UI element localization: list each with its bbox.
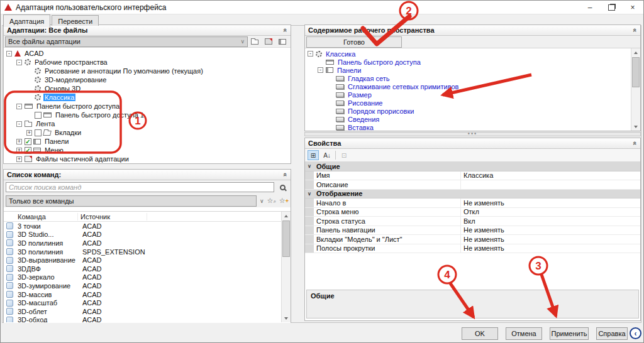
command-row[interactable]: 3D-зумированиеACAD [4, 281, 291, 290]
minimize-icon[interactable]: – [579, 1, 601, 14]
tree-item[interactable]: -Классика [305, 50, 631, 58]
command-filter-combo[interactable]: Только все команды [6, 195, 257, 207]
adaptation-file-combo[interactable]: Все файлы адаптации ∨ [5, 36, 248, 47]
checkbox-checked[interactable]: ✓ [25, 147, 31, 154]
collapse-chevron-icon[interactable]: « [631, 28, 639, 32]
tree-item[interactable]: Сглаживание сетевых примитивов [305, 82, 631, 90]
tree-item[interactable]: +✓Меню [4, 146, 291, 155]
command-row[interactable]: 3D-обходACAD [4, 316, 291, 322]
property-row[interactable]: Вкладки "Модель" и "Лист"Не изменять [305, 235, 640, 244]
chevron-left-circle-icon[interactable]: ‹ [630, 327, 641, 339]
tree-item[interactable]: Рисование и аннотации По умолчанию (теку… [4, 67, 291, 75]
help-button[interactable]: Справка [596, 327, 628, 340]
property-value[interactable]: Вкл [461, 217, 640, 226]
property-row[interactable]: Строка менюОткл [305, 208, 640, 217]
property-value[interactable] [461, 180, 640, 189]
close-icon[interactable]: × [622, 1, 643, 14]
collapse-node-icon[interactable]: - [16, 60, 22, 65]
command-row[interactable]: 3D-выравниваниеACAD [4, 256, 291, 264]
tree-item[interactable]: Порядок прорисовки [305, 107, 631, 115]
command-row[interactable]: 3D-масштабACAD [4, 298, 291, 307]
tree-item[interactable]: Основы 3D [4, 84, 291, 93]
collapse-node-icon[interactable]: - [6, 51, 12, 57]
star-new-icon[interactable]: ☆+ [279, 197, 289, 205]
command-row[interactable]: 3DДВФACAD [4, 264, 291, 273]
tree-item[interactable]: -Лента [4, 119, 291, 128]
maximize-icon[interactable] [601, 1, 622, 14]
star-search-icon[interactable]: ☆⌕ [267, 197, 276, 205]
checkbox-unchecked[interactable] [35, 112, 42, 119]
property-row[interactable]: Описание [305, 180, 640, 190]
command-row[interactable]: 3D-массивACAD [4, 290, 291, 299]
property-category[interactable]: ∨Отображение [305, 190, 640, 199]
collapse-node-icon[interactable]: - [16, 104, 22, 109]
done-button[interactable]: Готово [306, 36, 402, 48]
sort-alphabetical-icon[interactable]: A↓ [321, 150, 333, 160]
property-value[interactable]: Классика [461, 172, 640, 180]
command-row[interactable]: 3D полилинияACAD [4, 239, 291, 248]
checkbox-checked[interactable]: ✓ [25, 138, 31, 145]
tab-translate[interactable]: Перевести [52, 15, 99, 26]
command-row[interactable]: 3 точкиACAD [4, 222, 291, 231]
collapse-node-icon[interactable]: - [16, 121, 22, 127]
scroll-up-icon[interactable] [282, 212, 291, 220]
search-icon[interactable] [277, 183, 289, 192]
tree-item[interactable]: -Панели быстрого доступа [4, 102, 291, 111]
tree-item[interactable]: Панель быстрого доступа 1 [4, 111, 291, 119]
tree-item[interactable]: -Панели [305, 66, 631, 74]
tree-item[interactable]: Вставка [305, 123, 631, 131]
command-row[interactable]: 3D полилинияSPDS_EXTENSION [4, 248, 291, 256]
property-value[interactable]: Не изменять [461, 235, 640, 244]
command-row[interactable]: 3D-зеркалоACAD [4, 273, 291, 282]
expand-node-icon[interactable]: + [26, 130, 32, 136]
panel-splitter[interactable]: ••• [304, 132, 641, 136]
property-value[interactable]: Откл [461, 208, 640, 217]
cancel-button[interactable]: Отмена [506, 327, 542, 340]
property-category[interactable]: ∨Общие [305, 162, 640, 172]
transfer-icon[interactable] [277, 37, 289, 46]
scrollbar-thumb[interactable] [632, 57, 640, 87]
open-folder-icon[interactable] [250, 37, 262, 46]
tree-item[interactable]: 3D-моделирование [4, 75, 291, 84]
workspace-scrollbar[interactable] [631, 48, 640, 131]
property-row[interactable]: Панель навигацииНе изменять [305, 226, 640, 236]
collapse-node-icon[interactable]: - [308, 51, 313, 57]
property-row[interactable]: ИмяКлассика [305, 172, 640, 181]
tree-item[interactable]: Сведения [305, 115, 631, 123]
property-value[interactable]: Не изменять [461, 226, 640, 235]
property-row[interactable]: Строка статусаВкл [305, 217, 640, 226]
expand-node-icon[interactable]: + [16, 139, 22, 144]
categorized-icon[interactable]: ⊞ [308, 150, 319, 160]
property-row[interactable]: Полосы прокруткиНе изменять [305, 244, 640, 254]
save-icon[interactable] [264, 37, 275, 46]
command-row[interactable]: 3D Studio...ACAD [4, 231, 291, 239]
column-source[interactable]: Источник [78, 213, 147, 220]
tree-item[interactable]: Рисование [305, 99, 631, 107]
tree-item[interactable]: Панель быстрого доступа [305, 58, 631, 66]
command-scrollbar[interactable] [281, 212, 291, 322]
tree-item[interactable]: +Вкладки [4, 128, 291, 137]
ok-button[interactable]: OK [462, 327, 498, 340]
tree-item[interactable]: +✓Панели [4, 137, 291, 146]
tree-item[interactable]: +Файлы частичной адаптации [4, 155, 291, 163]
tree-item[interactable]: Размер [305, 90, 631, 99]
collapse-chevron-icon[interactable]: « [282, 28, 289, 32]
column-command[interactable]: Команда [4, 213, 78, 220]
collapse-chevron-icon[interactable]: « [282, 173, 289, 177]
apply-button[interactable]: Применить [550, 327, 589, 340]
property-value[interactable]: Не изменять [461, 199, 640, 207]
scroll-down-icon[interactable] [631, 122, 640, 131]
collapse-chevron-icon[interactable]: « [631, 141, 639, 145]
checkbox-unchecked[interactable] [35, 129, 42, 136]
collapse-node-icon[interactable]: - [318, 67, 323, 73]
command-search-input[interactable] [6, 182, 274, 192]
scroll-up-icon[interactable] [631, 48, 640, 57]
tree-item[interactable]: Гладкая сеть [305, 74, 631, 82]
tab-adaptation[interactable]: Адаптация [3, 14, 50, 27]
scrollbar-thumb[interactable] [282, 220, 290, 257]
tree-item[interactable]: Классика [4, 93, 291, 102]
expand-node-icon[interactable]: + [16, 148, 22, 153]
expand-node-icon[interactable]: + [16, 156, 22, 162]
category-chevron-icon[interactable]: ∨ [305, 162, 314, 171]
tree-item[interactable]: -Рабочие пространства [4, 58, 291, 67]
